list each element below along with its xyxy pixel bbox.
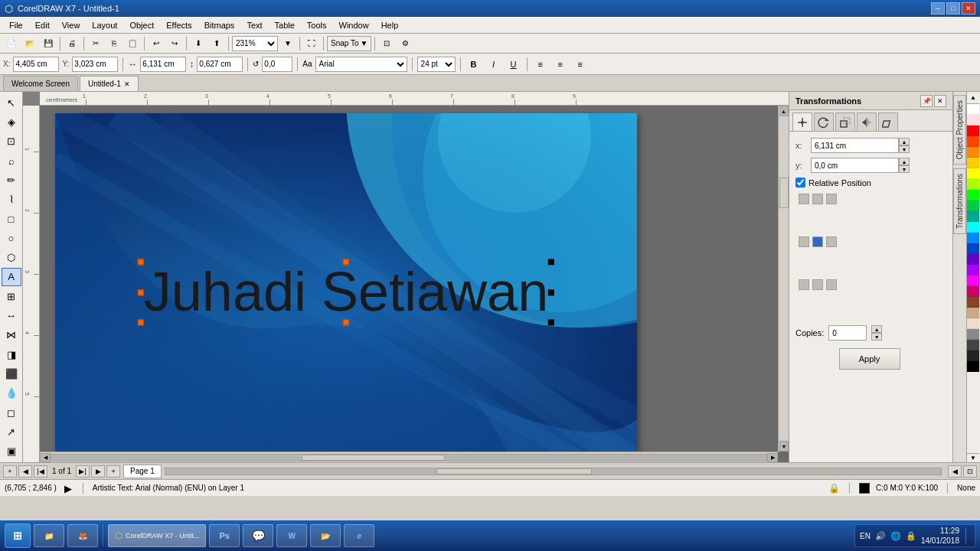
- restore-button[interactable]: □: [946, 2, 960, 15]
- hscroll-bottom-track[interactable]: [165, 468, 942, 475]
- tray-show-desktop[interactable]: [965, 527, 970, 544]
- last-page-button[interactable]: ▶|: [76, 465, 90, 478]
- underline-button[interactable]: U: [505, 57, 522, 72]
- anchor-mc[interactable]: [812, 236, 823, 247]
- w-input[interactable]: [140, 57, 186, 72]
- shadow-tool[interactable]: ▣: [2, 442, 21, 461]
- smart-draw-tool[interactable]: ⌇: [2, 191, 21, 209]
- x-spin-up[interactable]: ▲: [899, 138, 910, 145]
- palette-bright-yellow[interactable]: [967, 168, 979, 179]
- save-button[interactable]: 💾: [40, 35, 57, 52]
- relative-position-checkbox[interactable]: [795, 178, 805, 187]
- y-coord-input[interactable]: [72, 57, 118, 72]
- dimension-tool[interactable]: ↔: [2, 306, 21, 324]
- anchor-bl[interactable]: [799, 279, 809, 290]
- menu-edit[interactable]: Edit: [29, 17, 56, 33]
- first-page-button[interactable]: |◀: [34, 465, 47, 478]
- palette-dark-blue[interactable]: [967, 243, 979, 254]
- palette-blue[interactable]: [967, 233, 979, 243]
- vscroll-up[interactable]: ▲: [779, 106, 789, 116]
- anchor-tl[interactable]: [799, 194, 809, 204]
- taskbar-photoshop[interactable]: Ps: [209, 524, 240, 547]
- add-page2-button[interactable]: +: [106, 465, 120, 478]
- hscroll-bottom-thumb[interactable]: [436, 468, 592, 474]
- fontsize-select[interactable]: 24 pt 12 pt 36 pt 48 pt: [417, 57, 456, 72]
- outline-tool[interactable]: ◻: [2, 403, 21, 422]
- copy-button[interactable]: ⎘: [106, 35, 122, 52]
- palette-purple[interactable]: [967, 254, 979, 265]
- palette-light-pink[interactable]: [967, 115, 979, 126]
- taskbar-file-explorer[interactable]: 📁: [34, 524, 64, 547]
- palette-medium-green[interactable]: [967, 201, 979, 211]
- mirror-tab[interactable]: [857, 112, 877, 131]
- palette-teal[interactable]: [967, 211, 979, 222]
- palette-scroll-down[interactable]: ▼: [967, 453, 979, 462]
- menu-view[interactable]: View: [56, 17, 87, 33]
- menu-tools[interactable]: Tools: [301, 17, 333, 33]
- palette-gray[interactable]: [967, 329, 979, 340]
- redo-button[interactable]: ↪: [166, 35, 183, 52]
- taskbar-word[interactable]: W: [276, 524, 307, 547]
- start-button[interactable]: ⊞: [5, 523, 31, 548]
- italic-button[interactable]: I: [485, 57, 502, 72]
- node-tool[interactable]: ◈: [2, 112, 21, 131]
- zoom-fit-button[interactable]: ⊡: [963, 465, 977, 478]
- palette-brown[interactable]: [967, 297, 979, 308]
- palette-magenta[interactable]: [967, 276, 979, 286]
- tab-welcome[interactable]: Welcome Screen: [3, 76, 78, 91]
- import-button[interactable]: ⬇: [190, 35, 207, 52]
- select-tool[interactable]: ↖: [2, 93, 21, 112]
- zoom-levels-button[interactable]: ▼: [279, 35, 296, 52]
- palette-violet[interactable]: [967, 265, 979, 276]
- palette-dark-pink[interactable]: [967, 286, 979, 297]
- apply-button[interactable]: Apply: [839, 348, 900, 370]
- angle-input[interactable]: [262, 57, 292, 72]
- align-right-button[interactable]: ≡: [572, 57, 589, 72]
- undo-button[interactable]: ↩: [148, 35, 165, 52]
- palette-dark-gray[interactable]: [967, 340, 979, 350]
- ellipse-tool[interactable]: ○: [2, 229, 21, 247]
- palette-orange[interactable]: [967, 147, 979, 158]
- connector-tool[interactable]: ↗: [2, 422, 21, 441]
- taskbar-imo[interactable]: 💬: [243, 524, 273, 547]
- fill-tool[interactable]: ◨: [2, 345, 21, 364]
- menu-table[interactable]: Table: [269, 17, 301, 33]
- hscroll-thumb[interactable]: [302, 455, 445, 461]
- add-page-button[interactable]: +: [3, 465, 17, 478]
- align-left-button[interactable]: ≡: [532, 57, 549, 72]
- tray-clock[interactable]: 11:29 14/01/2018: [921, 526, 959, 546]
- freehand-tool[interactable]: ✏: [2, 171, 21, 189]
- palette-near-black[interactable]: [967, 350, 979, 361]
- cut-button[interactable]: ✂: [87, 35, 104, 52]
- snap-options-button[interactable]: ⊡: [378, 35, 395, 52]
- options-button[interactable]: ⚙: [397, 35, 413, 52]
- new-button[interactable]: 📄: [3, 35, 20, 52]
- panel-close-button[interactable]: ✕: [934, 95, 946, 107]
- menu-text[interactable]: Text: [240, 17, 268, 33]
- h-input[interactable]: [197, 57, 243, 72]
- full-screen-preview[interactable]: ⛶: [303, 35, 320, 52]
- tray-icon3[interactable]: 🔒: [906, 531, 916, 541]
- palette-yellow[interactable]: [967, 158, 979, 168]
- palette-peach[interactable]: [967, 318, 979, 329]
- taskbar-firefox[interactable]: 🦊: [67, 524, 98, 547]
- canvas-document[interactable]: Juhadi Setiawan: [55, 113, 637, 462]
- transformations-side-tab[interactable]: Transformations: [953, 168, 966, 234]
- status-play-button[interactable]: ▶: [63, 483, 74, 494]
- anchor-tm[interactable]: [812, 194, 823, 204]
- object-properties-tab[interactable]: Object Properties: [953, 95, 966, 165]
- paste-button[interactable]: 📋: [124, 35, 141, 52]
- vscroll-down[interactable]: ▼: [779, 441, 789, 452]
- y-spin-up[interactable]: ▲: [899, 158, 910, 165]
- align-center-button[interactable]: ≡: [552, 57, 569, 72]
- copies-spin-down[interactable]: ▼: [871, 333, 882, 341]
- panel-pin-button[interactable]: 📌: [920, 95, 933, 107]
- palette-black[interactable]: [967, 361, 979, 372]
- open-button[interactable]: 📂: [21, 35, 38, 52]
- blend-tool[interactable]: ⋈: [2, 326, 21, 344]
- taskbar-folder[interactable]: 📂: [310, 524, 341, 547]
- anchor-br[interactable]: [826, 279, 837, 290]
- menu-layout[interactable]: Layout: [86, 17, 123, 33]
- view-left-button[interactable]: ◀: [948, 465, 962, 478]
- palette-green[interactable]: [967, 190, 979, 201]
